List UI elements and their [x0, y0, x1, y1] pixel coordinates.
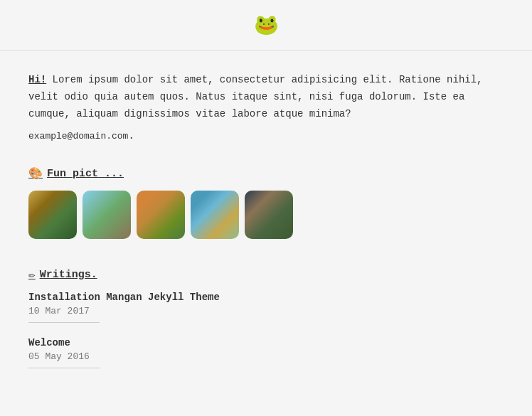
writing-entry-1: Installation Mangan Jekyll Theme 10 Mar …	[28, 292, 504, 323]
fun-pict-label[interactable]: Fun pict ...	[47, 168, 124, 180]
image-gallery	[28, 191, 504, 239]
pencil-icon: ✏️	[28, 267, 36, 282]
writing-divider-1	[28, 322, 100, 323]
intro-body: Lorem ipsum dolor sit amet, consectetur …	[28, 74, 483, 119]
writing-date-1: 10 Mar 2017	[28, 306, 504, 316]
hi-link[interactable]: Hi!	[28, 74, 46, 85]
email-line: example@domain.com.	[28, 128, 504, 145]
writing-title-1[interactable]: Installation Mangan Jekyll Theme	[28, 292, 504, 303]
gallery-image-4[interactable]	[191, 191, 239, 239]
fun-pict-heading: 🎨 Fun pict ...	[28, 166, 504, 181]
writing-entry-2: Welcome 05 May 2016	[28, 337, 504, 368]
writing-divider-2	[28, 368, 100, 368]
writing-title-2[interactable]: Welcome	[28, 337, 504, 348]
writing-date-2: 05 May 2016	[28, 351, 504, 362]
email-address[interactable]: example@domain.com	[28, 131, 128, 142]
writings-section: ✏️ Writings. Installation Mangan Jekyll …	[28, 267, 504, 368]
intro-paragraph: Hi! Lorem ipsum dolor sit amet, consecte…	[28, 72, 504, 122]
gallery-image-1[interactable]	[28, 191, 77, 239]
gallery-image-3[interactable]	[137, 191, 185, 239]
paint-icon: 🎨	[28, 166, 43, 181]
intro-section: Hi! Lorem ipsum dolor sit amet, consecte…	[28, 72, 504, 145]
fun-pict-section: 🎨 Fun pict ...	[28, 166, 504, 239]
site-header: 🐸	[0, 0, 532, 50]
logo-icon: 🐸	[254, 13, 279, 37]
main-content: Hi! Lorem ipsum dolor sit amet, consecte…	[0, 50, 532, 404]
writings-label[interactable]: Writings.	[40, 269, 97, 281]
gallery-image-5[interactable]	[245, 191, 293, 239]
gallery-image-2[interactable]	[83, 191, 131, 239]
email-suffix: .	[128, 130, 134, 142]
writings-heading: ✏️ Writings.	[28, 267, 504, 282]
